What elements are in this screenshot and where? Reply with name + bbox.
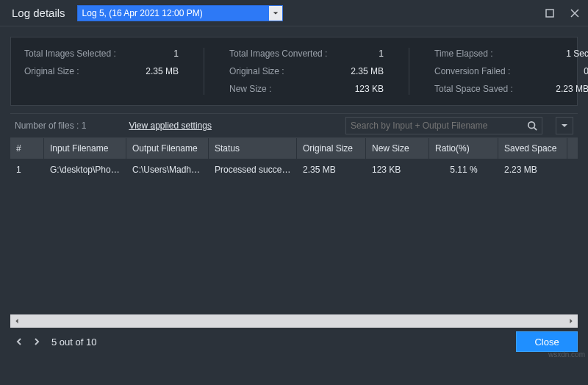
scroll-right-button[interactable] xyxy=(564,314,578,328)
new-size-label: New Size : xyxy=(229,83,340,95)
col-status[interactable]: Status xyxy=(209,138,297,159)
cell-input-filename: G:\desktop\Pho… xyxy=(44,165,126,175)
total-space-saved-label: Total Space Saved : xyxy=(434,83,545,95)
converted-original-size-label: Original Size : xyxy=(229,65,340,77)
col-ratio[interactable]: Ratio(%) xyxy=(429,138,498,159)
search-options-button[interactable] xyxy=(556,117,573,134)
footer: 5 out of 10 Close xyxy=(0,328,588,356)
title-bar: Log details xyxy=(0,0,588,26)
search-box[interactable] xyxy=(345,117,542,134)
total-images-selected-label: Total Images Selected : xyxy=(24,48,135,60)
time-elapsed-value: 1 Sec xyxy=(545,48,588,60)
original-size-label: Original Size : xyxy=(24,65,135,77)
total-images-converted-value: 1 xyxy=(340,48,384,60)
chevron-left-icon xyxy=(15,338,23,345)
new-size-value: 123 KB xyxy=(340,83,384,95)
table-body: 1 G:\desktop\Pho… C:\Users\Madhuri… Proc… xyxy=(10,159,578,314)
summary-panel: Total Images Selected : Original Size : … xyxy=(10,37,578,106)
cell-status: Processed succes… xyxy=(209,165,297,175)
svg-point-1 xyxy=(528,122,535,129)
chevron-left-icon xyxy=(14,318,20,324)
scroll-track[interactable] xyxy=(24,314,564,328)
log-select[interactable] xyxy=(77,5,283,21)
cell-saved-space: 2.23 MB xyxy=(498,165,567,175)
converted-original-size-value: 2.35 MB xyxy=(340,65,384,77)
total-space-saved-value: 2.23 MB xyxy=(545,83,588,95)
view-applied-settings-link[interactable]: View applied settings xyxy=(129,120,212,131)
chevron-down-icon xyxy=(273,10,279,16)
maximize-button[interactable] xyxy=(542,6,557,21)
window-controls xyxy=(542,6,582,21)
close-button[interactable]: Close xyxy=(516,331,578,352)
files-count-label: Number of files : 1 xyxy=(15,120,86,131)
col-output-filename[interactable]: Output Filename xyxy=(126,138,209,159)
original-size-value: 2.35 MB xyxy=(135,65,179,77)
summary-group-stats: Time Elapsed : Conversion Failed : Total… xyxy=(409,48,588,95)
summary-group-selected: Total Images Selected : Original Size : … xyxy=(24,48,179,95)
table-header: # Input Filename Output Filename Status … xyxy=(10,138,578,159)
conversion-failed-value: 0 xyxy=(545,65,588,77)
search-icon xyxy=(527,120,537,131)
chevron-right-icon xyxy=(33,338,40,345)
page-next-button[interactable] xyxy=(28,331,46,352)
search-input[interactable] xyxy=(351,120,527,131)
log-select-dropdown-button[interactable] xyxy=(269,6,282,21)
chevron-right-icon xyxy=(568,318,574,324)
col-index[interactable]: # xyxy=(10,138,44,159)
col-original-size[interactable]: Original Size xyxy=(297,138,366,159)
horizontal-scrollbar[interactable] xyxy=(10,314,578,328)
col-new-size[interactable]: New Size xyxy=(366,138,429,159)
total-images-converted-label: Total Images Converted : xyxy=(229,48,340,60)
cell-index: 1 xyxy=(10,165,44,175)
table-toolbar: Number of files : 1 View applied setting… xyxy=(10,113,578,138)
table-row[interactable]: 1 G:\desktop\Pho… C:\Users\Madhuri… Proc… xyxy=(10,159,578,181)
time-elapsed-label: Time Elapsed : xyxy=(434,48,545,60)
total-images-selected-value: 1 xyxy=(135,48,179,60)
col-input-filename[interactable]: Input Filename xyxy=(44,138,126,159)
close-window-button[interactable] xyxy=(567,6,582,21)
close-icon xyxy=(570,9,579,18)
svg-rect-0 xyxy=(546,10,553,17)
pager-label: 5 out of 10 xyxy=(51,337,96,348)
watermark: wsxdn.com xyxy=(548,350,585,359)
col-saved-space[interactable]: Saved Space xyxy=(498,138,567,159)
summary-group-converted: Total Images Converted : Original Size :… xyxy=(204,48,384,95)
maximize-icon xyxy=(545,9,554,18)
log-table: # Input Filename Output Filename Status … xyxy=(10,138,578,314)
page-prev-button[interactable] xyxy=(10,331,28,352)
cell-new-size: 123 KB xyxy=(366,165,429,175)
chevron-down-icon xyxy=(561,122,568,129)
cell-ratio: 5.11 % xyxy=(429,165,498,175)
window-title: Log details xyxy=(12,7,65,19)
log-select-input[interactable] xyxy=(78,6,269,21)
scroll-left-button[interactable] xyxy=(10,314,24,328)
cell-output-filename: C:\Users\Madhuri… xyxy=(126,165,209,175)
conversion-failed-label: Conversion Failed : xyxy=(434,65,545,77)
cell-original-size: 2.35 MB xyxy=(297,165,366,175)
